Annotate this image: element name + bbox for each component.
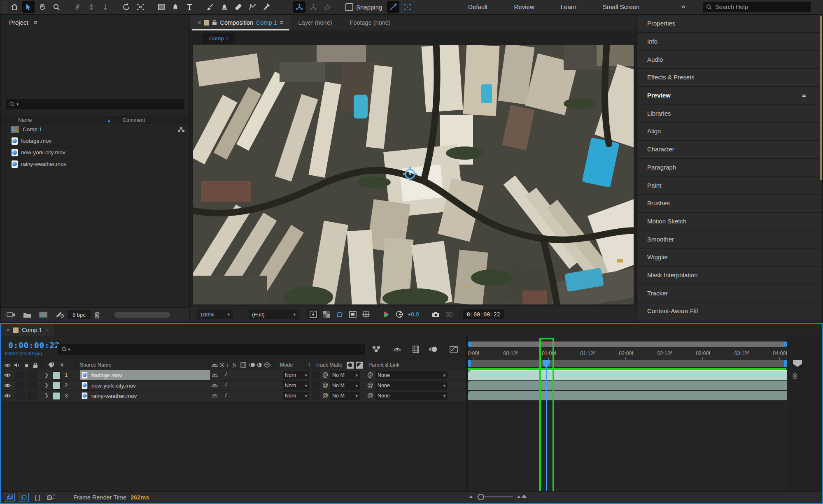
- preview-time-display[interactable]: 0:00:00:22: [463, 309, 504, 319]
- layer-row[interactable]: ❯ 3 rainy-weather.mov / Norn▾ @ No M▾ @ …: [1, 391, 466, 401]
- clone-stamp-tool-icon[interactable]: [218, 1, 231, 13]
- parent-link-dropdown[interactable]: None▾: [375, 371, 448, 379]
- workspace-tab[interactable]: Review: [514, 3, 534, 10]
- eraser-tool-icon[interactable]: [232, 1, 245, 13]
- dolly-camera-tool-icon[interactable]: [99, 1, 112, 13]
- number-column-header[interactable]: #: [61, 362, 63, 368]
- composition-flowchart-icon[interactable]: [371, 344, 383, 354]
- type-tool-icon[interactable]: [183, 1, 196, 13]
- layer-expander-icon[interactable]: ❯: [44, 393, 49, 398]
- layer-color-swatch[interactable]: [53, 382, 61, 390]
- layer-expander-icon[interactable]: ❯: [44, 382, 49, 388]
- zoom-tool-icon[interactable]: [50, 1, 63, 13]
- layer-visibility-eye-icon[interactable]: [4, 373, 11, 378]
- mode-column-header[interactable]: Mode: [280, 362, 293, 368]
- blend-mode-dropdown[interactable]: Norn▾: [283, 381, 309, 390]
- zoom-slider-knob[interactable]: [478, 494, 484, 500]
- effects-column-icon[interactable]: fx: [233, 362, 236, 368]
- preserve-transparency-cell[interactable]: [312, 381, 320, 389]
- viewer-tab[interactable]: × Footage (none) ≡: [343, 15, 401, 30]
- alpha-inverted-matte-icon[interactable]: [356, 362, 363, 369]
- blend-mode-dropdown[interactable]: Norn▾: [283, 392, 309, 400]
- new-folder-icon[interactable]: [23, 312, 31, 318]
- roto-brush-tool-icon[interactable]: [246, 1, 259, 13]
- zoom-out-mountain-icon[interactable]: [469, 495, 473, 498]
- panel-tab[interactable]: Align ≡: [637, 123, 822, 141]
- track-matte-dropdown[interactable]: No M▾: [330, 392, 360, 400]
- search-options-caret-icon[interactable]: ▾: [16, 102, 19, 107]
- solo-switch-cell[interactable]: [27, 381, 37, 389]
- home-icon[interactable]: [8, 1, 21, 13]
- panel-menu-icon[interactable]: ≡: [802, 92, 806, 99]
- layer-visibility-eye-icon[interactable]: [4, 393, 11, 398]
- panel-tab[interactable]: Motion Sketch ≡: [637, 213, 822, 231]
- quality-column-icon[interactable]: \: [226, 362, 228, 368]
- motion-blur-icon[interactable]: [427, 344, 439, 354]
- current-time-display[interactable]: 0:00:00:22: [8, 340, 60, 350]
- rectangle-tool-icon[interactable]: [155, 1, 168, 13]
- 3d-layer-column-icon[interactable]: [264, 362, 270, 368]
- render-speed-snail-icon[interactable]: [46, 494, 55, 500]
- workspace-tab[interactable]: Learn: [561, 3, 576, 10]
- timeline-navigator-bar[interactable]: [468, 341, 787, 347]
- timeline-search-input[interactable]: ▾: [57, 344, 365, 355]
- shy-switch-icon[interactable]: [212, 393, 218, 398]
- close-icon[interactable]: ×: [7, 327, 10, 333]
- timeline-zoom-slider[interactable]: [477, 496, 513, 497]
- work-area-start-handle[interactable]: [468, 360, 471, 367]
- panel-tab[interactable]: Character ≡: [637, 141, 822, 159]
- shy-layers-icon[interactable]: [391, 344, 403, 354]
- adjustment-layer-column-icon[interactable]: [257, 362, 262, 367]
- solo-switch-cell[interactable]: [27, 371, 37, 379]
- layer-color-swatch[interactable]: [53, 392, 61, 400]
- resolution-dropdown[interactable]: (Full)▾: [249, 309, 299, 319]
- panel-tab[interactable]: Preview ≡: [637, 87, 822, 105]
- time-ruler[interactable]: 0:00f00:12f01:00f01:12f02:00f02:12f03:00…: [468, 348, 787, 360]
- frame-blend-column-icon[interactable]: [240, 362, 246, 368]
- bit-depth-button[interactable]: 8 bpc: [68, 310, 91, 319]
- workspace-tab[interactable]: Small Screen: [603, 3, 639, 10]
- panel-menu-icon[interactable]: ≡: [45, 327, 49, 333]
- sort-ascending-icon[interactable]: ▲: [107, 118, 111, 123]
- matte-pick-whip-icon[interactable]: @: [322, 392, 328, 399]
- snapping-checkbox[interactable]: [345, 3, 353, 11]
- pan-camera-tool-icon[interactable]: [85, 1, 98, 13]
- exposure-icon[interactable]: [394, 309, 405, 319]
- panel-tab[interactable]: Paragraph ≡: [637, 159, 822, 177]
- layer-row[interactable]: ❯ 2 new-york-city.mov / Norn▾ @ No M▾ @ …: [1, 381, 466, 391]
- unlock-icon[interactable]: [212, 20, 217, 26]
- project-item-row[interactable]: footage.mov: [1, 135, 189, 147]
- snap-along-edges-icon[interactable]: [387, 1, 399, 13]
- project-item-row[interactable]: new-york-city.mov: [1, 147, 189, 158]
- collapse-transformations-icon[interactable]: [219, 362, 225, 368]
- shy-switch-icon[interactable]: [212, 383, 218, 388]
- quality-switch-icon[interactable]: /: [225, 381, 227, 388]
- project-item-row[interactable]: rainy-weather.mov: [1, 158, 189, 170]
- comp-marker-bin-icon[interactable]: [793, 360, 802, 367]
- layer-name-cell[interactable]: new-york-city.mov: [80, 381, 210, 390]
- snap-to-bounds-icon[interactable]: [401, 1, 414, 13]
- name-column-header[interactable]: Name: [18, 117, 32, 123]
- camera-tool-icon[interactable]: [134, 1, 147, 13]
- project-item-row[interactable]: Comp 1: [1, 124, 189, 135]
- project-search-input[interactable]: ▾: [6, 99, 184, 109]
- work-area-bar[interactable]: [468, 360, 787, 367]
- rotation-tool-icon[interactable]: [120, 1, 133, 13]
- panel-tab[interactable]: Brushes ≡: [637, 195, 822, 213]
- enable-motion-blur-icon[interactable]: [19, 493, 29, 502]
- advanced-pin-tool-icon[interactable]: [307, 1, 319, 13]
- comment-column-header[interactable]: Comment: [123, 117, 145, 123]
- panel-tab[interactable]: Properties ≡: [637, 15, 822, 33]
- panel-tab[interactable]: Info ≡: [637, 33, 822, 51]
- panel-tab[interactable]: Content-Aware Fill ≡: [637, 302, 822, 321]
- track-matte-dropdown[interactable]: No M▾: [330, 371, 360, 379]
- motion-blur-column-icon[interactable]: [249, 362, 255, 367]
- parent-link-column-header[interactable]: Parent & Link: [368, 362, 399, 368]
- fast-previews-icon[interactable]: [308, 309, 319, 319]
- timeline-tab[interactable]: × Comp 1 ≡: [1, 324, 54, 336]
- search-options-caret-icon[interactable]: ▾: [68, 347, 70, 352]
- layer-duration-bar[interactable]: [468, 370, 787, 380]
- render-engine-icon[interactable]: [55, 311, 64, 318]
- show-snapshot-icon[interactable]: [444, 309, 455, 319]
- selection-tool-icon[interactable]: [22, 1, 35, 13]
